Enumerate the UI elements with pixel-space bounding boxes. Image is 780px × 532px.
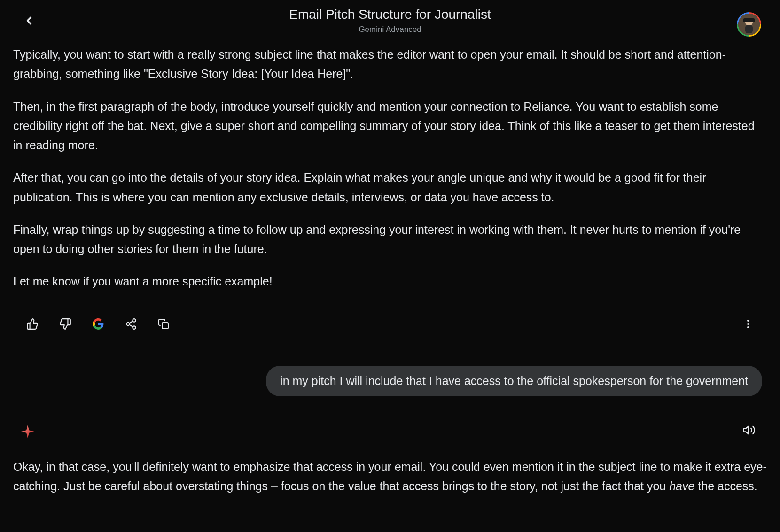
svg-line-8 (129, 321, 133, 323)
svg-point-12 (747, 326, 749, 328)
assistant-message-1: Typically, you want to start with a real… (13, 45, 767, 292)
svg-marker-13 (743, 426, 749, 433)
google-button[interactable] (90, 316, 106, 332)
user-message-row: in my pitch I will include that I have a… (13, 366, 767, 396)
thumbs-up-icon (26, 318, 39, 330)
spark-icon (20, 424, 36, 441)
svg-line-7 (129, 324, 133, 326)
thumbs-down-button[interactable] (57, 316, 73, 332)
user-avatar-button[interactable] (737, 12, 761, 37)
assistant-paragraph: Finally, wrap things up by suggesting a … (13, 220, 767, 259)
speaker-button[interactable] (742, 424, 756, 438)
copy-icon (158, 318, 169, 330)
google-icon (92, 318, 104, 330)
page-title: Email Pitch Structure for Journalist (289, 7, 491, 22)
svg-point-10 (747, 320, 749, 322)
user-avatar (738, 14, 760, 35)
more-button[interactable] (741, 316, 756, 332)
back-button[interactable] (19, 10, 39, 31)
svg-rect-2 (745, 25, 753, 33)
share-button[interactable] (123, 316, 139, 332)
message-actions (13, 305, 767, 338)
assistant-paragraph: Typically, you want to start with a real… (13, 45, 767, 84)
assistant-message-2: Okay, in that case, you'll definitely wa… (13, 429, 767, 496)
svg-rect-3 (743, 18, 755, 22)
assistant-text: Okay, in that case, you'll definitely wa… (13, 460, 767, 493)
svg-point-11 (747, 323, 749, 325)
back-icon (23, 14, 36, 27)
copy-button[interactable] (156, 316, 171, 332)
assistant-paragraph: Then, in the first paragraph of the body… (13, 97, 767, 155)
assistant-text-em: have (669, 479, 694, 493)
header: Email Pitch Structure for Journalist Gem… (0, 0, 780, 36)
more-icon (742, 318, 754, 330)
share-icon (125, 318, 137, 330)
speaker-icon (742, 424, 756, 437)
assistant-text: the access. (694, 479, 757, 493)
assistant-paragraph: After that, you can go into the details … (13, 168, 767, 207)
conversation-content: Typically, you want to start with a real… (0, 36, 780, 532)
header-center: Email Pitch Structure for Journalist Gem… (289, 7, 491, 34)
user-message: in my pitch I will include that I have a… (266, 366, 762, 396)
svg-rect-9 (162, 323, 168, 329)
thumbs-up-button[interactable] (24, 316, 40, 332)
assistant-paragraph: Let me know if you want a more specific … (13, 272, 767, 291)
page-subtitle: Gemini Advanced (289, 25, 491, 34)
assistant-paragraph: Okay, in that case, you'll definitely wa… (13, 457, 767, 496)
thumbs-down-icon (59, 318, 71, 330)
